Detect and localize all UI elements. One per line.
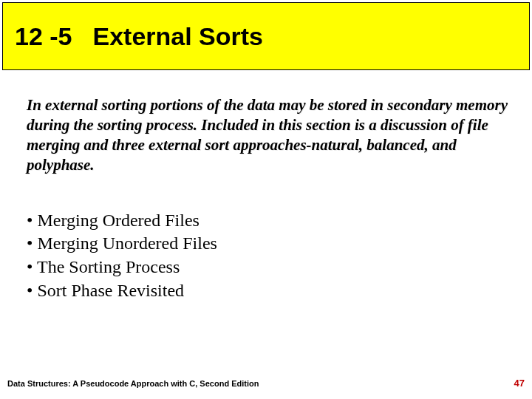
footer-source: Data Structures: A Pseudocode Approach w… — [7, 379, 259, 388]
bullet-list: Merging Ordered Files Merging Unordered … — [27, 209, 510, 303]
content-area: In external sorting portions of the data… — [0, 70, 532, 302]
list-item: Merging Unordered Files — [27, 232, 510, 256]
list-item: Sort Phase Revisited — [27, 279, 510, 303]
footer: Data Structures: A Pseudocode Approach w… — [7, 378, 525, 389]
section-title: External Sorts — [93, 22, 264, 51]
section-number: 12 -5 — [15, 22, 72, 51]
list-item: The Sorting Process — [27, 256, 510, 279]
title-band: 12 -5 External Sorts — [2, 2, 530, 70]
list-item: Merging Ordered Files — [27, 209, 510, 233]
intro-paragraph: In external sorting portions of the data… — [27, 95, 510, 175]
page-number: 47 — [514, 378, 525, 389]
